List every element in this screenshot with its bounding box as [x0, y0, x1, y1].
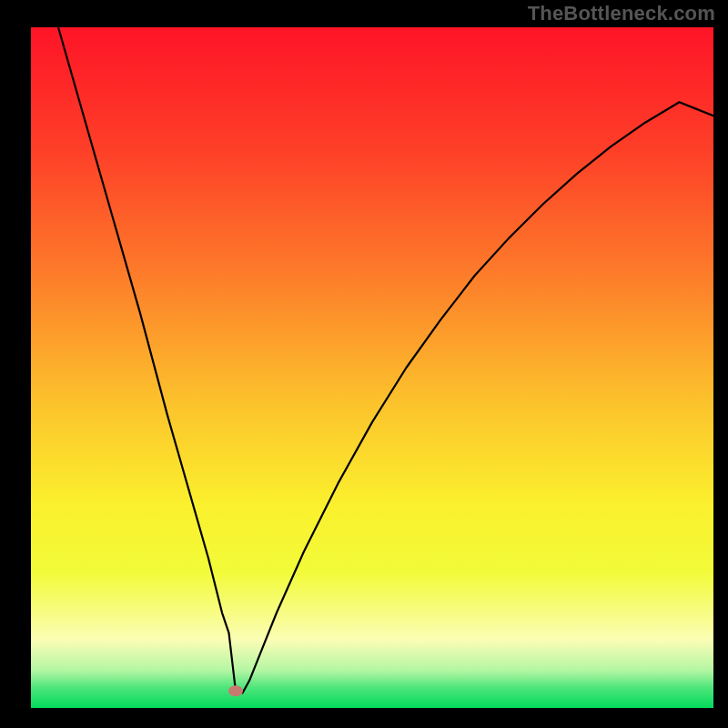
chart-container: TheBottleneck.com [0, 0, 728, 728]
plot-area [31, 27, 713, 708]
chart-svg [31, 27, 713, 708]
optimum-marker [228, 685, 243, 696]
background-rect [31, 27, 713, 708]
attribution-watermark: TheBottleneck.com [528, 2, 715, 25]
